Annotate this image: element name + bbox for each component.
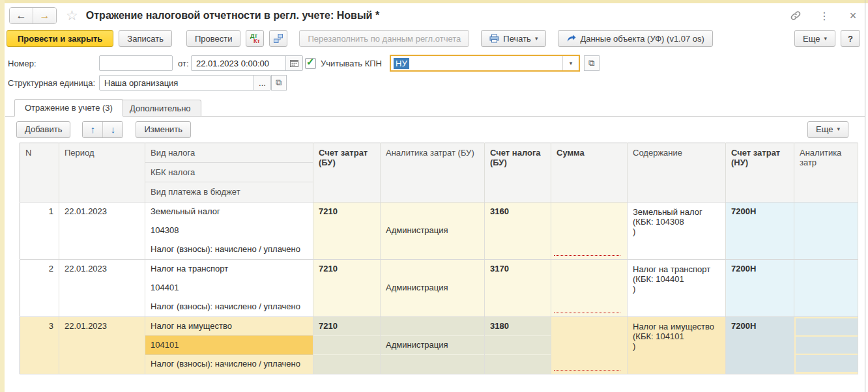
calendar-icon — [290, 59, 298, 67]
print-button[interactable]: Печать ▾ — [481, 30, 546, 47]
window-frame-top — [0, 0, 868, 3]
cell-content[interactable]: Налог на транспорт (КБК: 104401 ) — [628, 260, 726, 317]
kpn-selected-text: НУ — [394, 58, 409, 69]
title-bar: ← → ☆ Отражение налоговой отчетности в р… — [9, 5, 859, 27]
cell-account-nu[interactable]: 7200Н — [726, 260, 794, 317]
unit-choose-button[interactable]: ... — [253, 76, 270, 90]
cell-tax-account-bu[interactable]: 3160 — [485, 203, 551, 260]
cell-content[interactable]: Земельный налог (КБК: 104308 ) — [628, 203, 726, 260]
toolbar-more-button[interactable]: Еще▾ — [794, 30, 835, 47]
dt-kt-icon: Дт Кт — [250, 33, 260, 44]
required-field-marker — [554, 255, 620, 256]
col-header-analytics-bu: Аналитика затрат (БУ) — [381, 143, 485, 203]
cell-sum[interactable] — [551, 317, 628, 374]
cell-n[interactable]: 3 — [20, 317, 59, 374]
table-toolbar: Добавить ↑ ↓ Изменить Еще▾ — [16, 120, 848, 138]
kpn-dropdown-button[interactable]: ▾ — [562, 56, 579, 70]
col-header-account-nu: Счет затрат (НУ) — [726, 143, 794, 203]
add-row-button[interactable]: Добавить — [16, 121, 70, 138]
col-header-content: Содержание — [628, 143, 726, 203]
cell-tax-account-bu[interactable]: 3170 — [485, 260, 551, 317]
refill-button: Перезаполнить по данным регл.отчета — [299, 30, 469, 47]
post-button[interactable]: Провести — [186, 30, 241, 47]
post-and-close-button[interactable]: Провести и закрыть — [7, 30, 113, 47]
move-up-button[interactable]: ↑ — [83, 122, 103, 137]
number-input[interactable] — [99, 55, 173, 71]
cell-account-nu[interactable]: 7200Н — [726, 317, 794, 374]
field-row-unit: Структурная единица: Наша организация ..… — [8, 74, 860, 91]
object-data-button[interactable]: Данные объекта (УФ) (v1.07 os) — [558, 30, 712, 47]
cell-tax-account-bu[interactable]: 3180 — [485, 317, 551, 374]
table-row-3-selected[interactable]: 3 22.01.2023 Налог на имущество 104101 Н… — [20, 317, 858, 374]
col-header-sum: Сумма — [551, 143, 628, 203]
forward-button[interactable]: → — [33, 8, 56, 23]
required-field-marker — [554, 370, 620, 371]
cell-sum[interactable] — [551, 203, 628, 260]
cell-account-bu[interactable]: 7210 — [313, 317, 381, 374]
kpn-checkbox[interactable]: ✓ — [305, 58, 316, 69]
unit-open-button[interactable]: ⧉ — [271, 75, 287, 91]
cell-analytics-bu[interactable]: Администрация — [381, 317, 485, 374]
back-button[interactable]: ← — [10, 8, 33, 23]
tab-additional[interactable]: Дополнительно — [119, 100, 201, 117]
link-icon[interactable] — [790, 10, 802, 21]
table-row-1[interactable]: 1 22.01.2023 Земельный налог 104308 Нало… — [20, 203, 858, 260]
col-header-tax-account-bu: Счет налога (БУ) — [485, 143, 551, 203]
col-header-n: N — [20, 143, 59, 203]
table-more-button[interactable]: Еще▾ — [807, 121, 848, 138]
col-header-analytics-nu: Аналитика затр — [794, 143, 858, 203]
focused-cell-kbk: 104101 — [145, 336, 313, 355]
col-header-period: Период — [59, 143, 145, 203]
unit-input[interactable]: Наша организация ... — [99, 75, 271, 91]
cell-n[interactable]: 2 — [20, 260, 59, 317]
tab-strip: Отражение в учете (3) Дополнительно — [5, 98, 865, 117]
cell-analytics-nu[interactable] — [794, 317, 858, 374]
cell-period[interactable]: 22.01.2023 — [59, 203, 145, 260]
dt-kt-postings-button[interactable]: Дт Кт — [246, 30, 264, 47]
check-icon: ✓ — [306, 56, 315, 68]
table-row-2[interactable]: 2 22.01.2023 Налог на транспорт 104401 Н… — [20, 260, 858, 317]
cell-account-nu[interactable]: 7200Н — [726, 203, 794, 260]
document-structure-button[interactable] — [269, 30, 287, 47]
tab-reflection[interactable]: Отражение в учете (3) — [14, 99, 123, 117]
printer-icon — [489, 34, 499, 43]
cell-sum[interactable] — [551, 260, 628, 317]
date-input[interactable]: 22.01.2023 0:00:00 — [191, 55, 303, 71]
cell-account-bu[interactable]: 7210 — [313, 260, 381, 317]
write-button[interactable]: Записать — [119, 30, 172, 47]
close-icon[interactable]: × — [847, 10, 859, 21]
edit-row-button[interactable]: Изменить — [136, 121, 191, 138]
blue-arrow-icon — [566, 35, 576, 43]
col-header-account-bu: Счет затрат (БУ) — [313, 143, 381, 203]
cell-analytics-nu[interactable] — [794, 260, 858, 317]
move-down-button[interactable]: ↓ — [103, 122, 123, 137]
cell-account-bu[interactable]: 7210 — [313, 203, 381, 260]
tax-reflection-table: N Период Вид налога КБК налога Вид плате… — [20, 143, 858, 374]
kpn-open-button[interactable]: ⧉ — [584, 55, 600, 71]
arrow-up-icon: ↑ — [91, 124, 96, 135]
more-menu-icon[interactable]: ⋮ — [818, 10, 830, 21]
number-label: Номер: — [8, 59, 36, 68]
print-dropdown-caret: ▾ — [535, 36, 538, 42]
cell-tax-stack[interactable]: Земельный налог 104308 Налог (взносы): н… — [145, 203, 313, 260]
cell-content[interactable]: Налог на имущество (КБК: 104101 ) — [628, 317, 726, 374]
cell-period[interactable]: 22.01.2023 — [59, 260, 145, 317]
structure-icon — [273, 33, 283, 44]
cell-n[interactable]: 1 — [20, 203, 59, 260]
unit-label: Структурная единица: — [8, 78, 95, 88]
favorite-star-icon[interactable]: ☆ — [66, 8, 78, 23]
cell-analytics-bu[interactable]: Администрация — [381, 260, 485, 317]
window-frame-right — [865, 0, 865, 392]
page-title: Отражение налоговой отчетности в регл. у… — [86, 10, 379, 21]
calendar-button[interactable] — [285, 56, 302, 70]
cell-analytics-bu[interactable]: Администрация — [381, 203, 485, 260]
cell-period[interactable]: 22.01.2023 — [59, 317, 145, 374]
kpn-combo-input[interactable]: НУ ▾ — [390, 55, 580, 72]
main-toolbar: Провести и закрыть Записать Провести Дт … — [7, 29, 860, 48]
cell-analytics-nu[interactable] — [794, 203, 858, 260]
window-frame-left — [0, 0, 5, 392]
cell-tax-stack[interactable]: Налог на имущество 104101 Налог (взносы)… — [145, 317, 313, 374]
cell-tax-stack[interactable]: Налог на транспорт 104401 Налог (взносы)… — [145, 260, 313, 317]
header-row: N Период Вид налога КБК налога Вид плате… — [20, 143, 858, 203]
help-button[interactable]: ? — [841, 30, 860, 47]
